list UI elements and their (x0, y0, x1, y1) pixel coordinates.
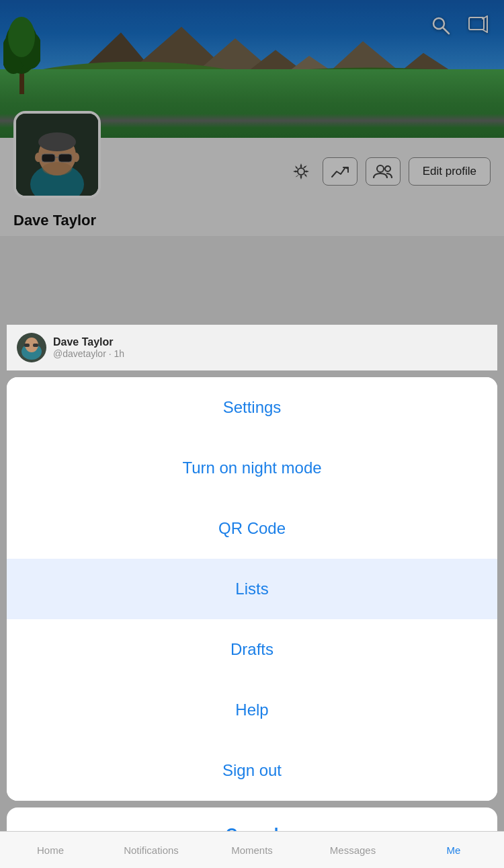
menu-item-help-label: Help (235, 701, 268, 719)
svg-rect-36 (24, 344, 30, 347)
feed-user-details: Dave Taylor @davetaylor · 1h (53, 336, 124, 359)
tab-moments[interactable]: Moments (202, 832, 302, 868)
menu-item-help[interactable]: Help (7, 680, 497, 740)
feed-preview-item: Dave Taylor @davetaylor · 1h (7, 325, 497, 370)
svg-rect-37 (33, 344, 38, 347)
tab-bar: Home Notifications Moments Messages Me (0, 831, 504, 868)
menu-item-settings-label: Settings (223, 398, 282, 417)
feed-avatar (17, 333, 46, 362)
feed-user-handle: @davetaylor · 1h (53, 348, 124, 359)
tab-messages[interactable]: Messages (302, 832, 403, 868)
menu-item-drafts-label: Drafts (230, 640, 274, 659)
menu-item-night-mode[interactable]: Turn on night mode (7, 438, 497, 498)
tab-me[interactable]: Me (403, 832, 504, 868)
menu-item-drafts[interactable]: Drafts (7, 619, 497, 680)
action-sheet-wrapper: Dave Taylor @davetaylor · 1h Settings Tu… (0, 325, 504, 868)
menu-item-qr-code[interactable]: QR Code (7, 498, 497, 559)
action-sheet-menu: Settings Turn on night mode QR Code List… (7, 377, 497, 801)
menu-item-sign-out-label: Sign out (222, 761, 282, 780)
menu-item-lists-label: Lists (235, 580, 268, 598)
menu-item-settings[interactable]: Settings (7, 377, 497, 438)
tab-home[interactable]: Home (0, 832, 101, 868)
tab-notifications[interactable]: Notifications (101, 832, 202, 868)
menu-item-lists[interactable]: Lists (7, 559, 497, 619)
feed-user-name: Dave Taylor (53, 336, 124, 348)
menu-item-night-mode-label: Turn on night mode (182, 459, 321, 477)
menu-item-sign-out[interactable]: Sign out (7, 740, 497, 801)
menu-item-qr-code-label: QR Code (218, 519, 286, 538)
